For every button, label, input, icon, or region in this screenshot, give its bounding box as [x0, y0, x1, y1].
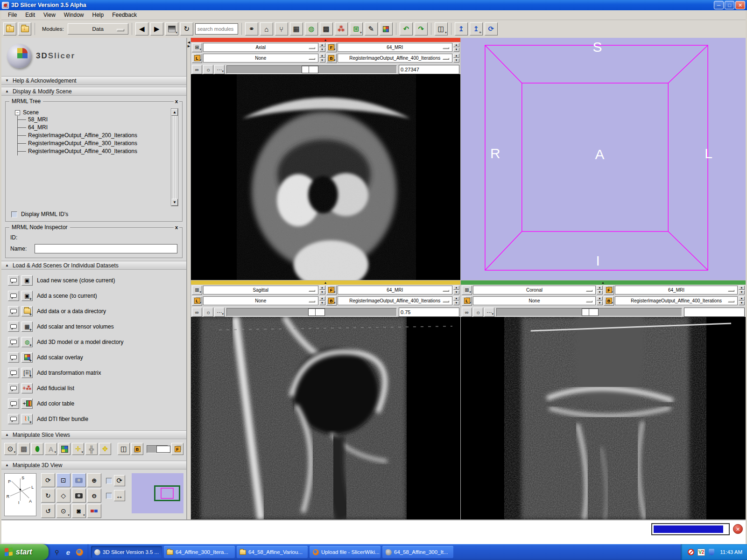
tree-node-affine-200[interactable]: RegisterImageOutput_Affine_200_Iteration… — [18, 132, 170, 140]
fetch-data-icon[interactable]: ⚭ — [245, 22, 258, 35]
tree-scrollbar[interactable]: ▲ ▼ — [171, 108, 178, 206]
volumes-module-icon[interactable]: ▦ — [290, 22, 303, 35]
coronal-orientation-dropdown[interactable]: Coronal — [473, 286, 596, 294]
sync-views-button[interactable]: ⟳ — [485, 22, 498, 35]
add-fiducial-icon[interactable]: +⁂ — [21, 383, 33, 393]
add-volumes-icon[interactable]: ▦ — [21, 322, 33, 332]
navigate-crosshair-icon[interactable]: ✥ — [99, 443, 111, 455]
menu-edit[interactable]: Edit — [21, 11, 39, 19]
foreground-layer-button[interactable]: F▾ — [326, 43, 337, 52]
tooltip-bubble-icon[interactable] — [8, 414, 19, 424]
pitch-view-button[interactable]: ⟳ — [41, 473, 55, 487]
slice-layout-icon[interactable]: ⊞▾ — [192, 43, 202, 52]
tooltip-bubble-icon[interactable] — [8, 368, 19, 378]
section-manipulate-3d-view[interactable]: ▲ Manipulate 3D View — [1, 461, 186, 469]
sagittal-label-spinner[interactable]: ▲▼ — [319, 296, 325, 305]
section-help-acknowledgement[interactable]: ▼ Help & Acknowledgement — [1, 76, 186, 85]
measurements-module-icon[interactable]: ✎ — [365, 22, 378, 35]
label-layer-button[interactable]: L▾ — [192, 296, 202, 306]
axial-color-bar[interactable]: ▲ — [191, 38, 460, 42]
yaw-view-button[interactable]: ↺ — [41, 504, 55, 518]
look-from-axes-button[interactable]: ◇ — [56, 489, 70, 503]
mouse-transform-icon[interactable]: ↥ — [455, 22, 468, 35]
mouse-place-icon[interactable]: ↥✳ — [470, 22, 483, 35]
axial-slice-image[interactable] — [191, 74, 460, 280]
tooltip-bubble-icon[interactable] — [8, 291, 19, 301]
threed-viewer[interactable]: S R A L I — [461, 38, 746, 280]
tree-node-affine-300[interactable]: RegisterImageOutput_Affine_300_Iteration… — [18, 140, 170, 147]
search-modules-input[interactable] — [195, 23, 238, 35]
undo-button[interactable]: ↶ — [400, 22, 413, 35]
menu-help[interactable]: Help — [89, 11, 108, 19]
slice-grid-icon[interactable]: ▩ — [18, 443, 30, 455]
start-button[interactable]: start — [0, 544, 49, 560]
tree-node-affine-400[interactable]: RegisterImageOutput_Affine_400_Iteration… — [18, 147, 170, 155]
link-slices-icon[interactable]: ∞ — [192, 65, 202, 74]
visibility-3d-button[interactable]: ⊙▾ — [56, 504, 70, 518]
sagittal-fg-volume-dropdown[interactable]: 64_MRI — [338, 286, 453, 294]
home-module-icon[interactable]: ⌂ — [260, 22, 273, 35]
taskbar-button-folder-2[interactable]: 64_58_Affine_Variou... — [237, 546, 308, 558]
taskbar-clock[interactable]: 11:43 AM — [720, 549, 742, 555]
tree-expander-icon[interactable]: − — [15, 110, 20, 115]
maximize-button[interactable]: □ — [725, 1, 734, 9]
bg-toggle-button[interactable]: B — [131, 443, 143, 455]
coronal-label-dropdown[interactable]: None — [473, 296, 596, 305]
internet-explorer-icon[interactable]: e — [64, 548, 72, 556]
coronal-slice-offset-value[interactable] — [684, 308, 745, 317]
zoom-in-button[interactable]: ⊕ — [87, 473, 101, 487]
coronal-fg-spinner[interactable]: ▲▼ — [739, 286, 745, 294]
background-layer-button[interactable]: B▾ — [326, 296, 337, 306]
node-name-input[interactable] — [35, 244, 177, 253]
display-mrml-ids-checkbox[interactable] — [11, 211, 17, 217]
center-view-button[interactable]: ⊡ — [56, 473, 70, 487]
background-layer-button[interactable]: B▾ — [604, 296, 614, 306]
coronal-orientation-spinner[interactable]: ▲▼ — [597, 286, 603, 294]
tray-antivirus-icon[interactable]: V2 — [698, 548, 705, 556]
redo-button[interactable]: ↷ — [415, 22, 428, 35]
coronal-bg-volume-dropdown[interactable]: RegisterImageOutput_Affine_400_Iteration… — [615, 296, 738, 305]
data-module-icon[interactable]: ⑂ — [275, 22, 288, 35]
tree-node-64-mri[interactable]: 64_MRI — [18, 124, 170, 132]
navigation-preview[interactable] — [132, 473, 183, 513]
sagittal-bg-volume-dropdown[interactable]: RegisterImageOutput_Affine_400_Iteration… — [338, 296, 453, 305]
sagittal-orientation-spinner[interactable]: ▲▼ — [319, 286, 325, 294]
crosshair-icon[interactable]: ✛▾ — [72, 443, 84, 455]
slice-layout-icon[interactable]: ⊞▾ — [462, 286, 472, 295]
load-scene-button[interactable]: ↑ — [3, 22, 16, 35]
slice-layout-icon[interactable]: ⊞▾ — [192, 286, 202, 295]
slices-module-icon[interactable]: ▩ — [320, 22, 333, 35]
fiducials-module-icon[interactable]: ⁂ — [335, 22, 348, 35]
menu-feedback[interactable]: Feedback — [108, 11, 141, 19]
tray-shield-icon[interactable] — [708, 548, 715, 556]
panel-splitter[interactable]: ◀ ▶ — [187, 38, 191, 519]
minimize-button[interactable]: ─ — [714, 1, 724, 9]
slice-model-icon[interactable]: ⬮ — [31, 443, 43, 455]
foreground-layer-button[interactable]: F▾ — [604, 286, 614, 295]
sagittal-slice-image[interactable] — [191, 317, 460, 519]
sagittal-slice-offset-value[interactable]: 0.75 — [399, 308, 459, 317]
sagittal-bg-spinner[interactable]: ▲▼ — [453, 296, 459, 305]
axial-bg-volume-dropdown[interactable]: RegisterImageOutput_Affine_400_Iteration… — [338, 54, 453, 63]
add-scalar-overlay-icon[interactable] — [21, 352, 33, 363]
screenshot-button[interactable] — [72, 473, 86, 487]
label-layer-button[interactable]: L▾ — [462, 296, 472, 306]
add-color-table-icon[interactable]: + — [21, 399, 33, 409]
module-refresh-button[interactable]: ↻ — [180, 22, 193, 35]
slice-visibility-icon[interactable]: ☼ — [203, 65, 213, 74]
tooltip-bubble-icon[interactable] — [8, 322, 19, 332]
axial-slice-slider[interactable] — [226, 65, 397, 74]
module-forward-button[interactable]: ▶ — [150, 22, 163, 35]
add-transform-icon[interactable]: [⠿] — [21, 368, 33, 378]
menu-view[interactable]: View — [40, 11, 59, 19]
coronal-slice-slider[interactable] — [496, 308, 682, 316]
menu-file[interactable]: File — [4, 11, 21, 19]
axial-fg-volume-dropdown[interactable]: 64_MRI — [338, 43, 453, 52]
more-options-icon[interactable]: ⋯▾ — [484, 308, 494, 317]
axial-fg-spinner[interactable]: ▲▼ — [453, 43, 459, 52]
coronal-slice-image[interactable] — [461, 317, 746, 519]
more-options-icon[interactable]: ⋯▾ — [214, 308, 225, 317]
slice-visibility-icon[interactable]: ⊙▾ — [4, 443, 16, 455]
node-inspector-close-icon[interactable]: x — [174, 224, 179, 230]
modules-dropdown[interactable]: Data — [68, 23, 128, 35]
